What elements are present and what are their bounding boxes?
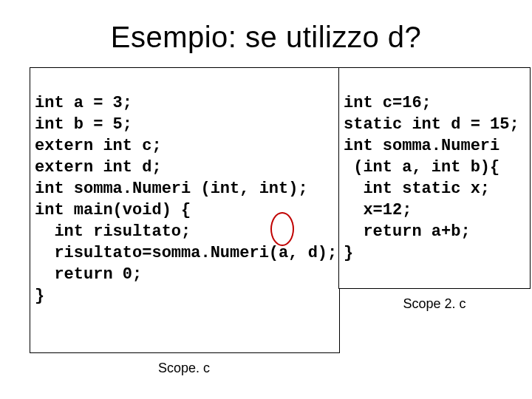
caption-right: Scope 2. c <box>338 296 531 312</box>
caption-left: Scope. c <box>30 361 338 376</box>
right-column: int c=16; static int d = 15; int somma.N… <box>338 67 531 312</box>
code-left-text: int a = 3; int b = 5; extern int c; exte… <box>35 94 337 305</box>
left-column: int a = 3; int b = 5; extern int c; exte… <box>30 67 338 376</box>
code-block-right: int c=16; static int d = 15; int somma.N… <box>338 67 531 289</box>
slide: Esempio: se utilizzo d? int a = 3; int b… <box>0 0 532 399</box>
columns: int a = 3; int b = 5; extern int c; exte… <box>30 67 502 376</box>
highlight-ellipse-icon <box>270 212 294 246</box>
code-block-left: int a = 3; int b = 5; extern int c; exte… <box>30 67 340 353</box>
page-title: Esempio: se utilizzo d? <box>30 21 502 54</box>
code-right-text: int c=16; static int d = 15; int somma.N… <box>344 94 519 262</box>
